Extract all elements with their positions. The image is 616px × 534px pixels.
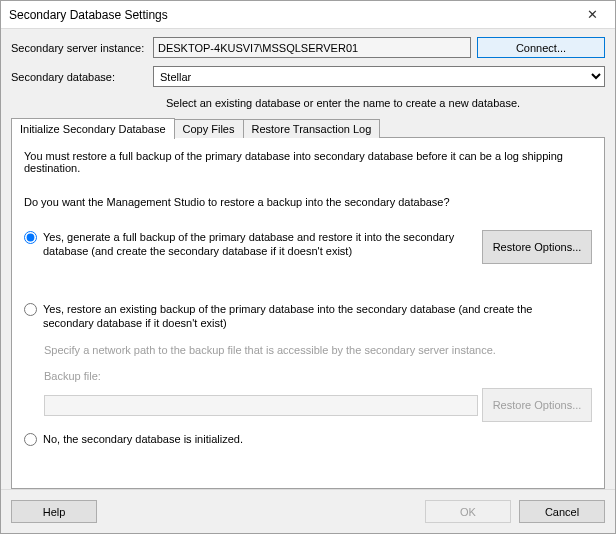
- tab-panel-initialize: You must restore a full backup of the pr…: [11, 137, 605, 489]
- tab-strip: Initialize Secondary Database Copy Files…: [11, 119, 605, 138]
- option3-radio[interactable]: [24, 433, 37, 446]
- ok-button: OK: [425, 500, 511, 523]
- tab-restore-log[interactable]: Restore Transaction Log: [243, 119, 381, 138]
- tab-copy-files[interactable]: Copy Files: [174, 119, 244, 138]
- window-title: Secondary Database Settings: [9, 8, 577, 22]
- dialog-body: Secondary server instance: Connect... Se…: [1, 29, 615, 489]
- option2-radio[interactable]: [24, 303, 37, 316]
- restore-options-button-1[interactable]: Restore Options...: [482, 230, 592, 264]
- tab-initialize[interactable]: Initialize Secondary Database: [11, 118, 175, 139]
- database-row: Secondary database: Stellar: [11, 66, 605, 87]
- option1-label[interactable]: Yes, generate a full backup of the prima…: [43, 230, 478, 258]
- instruction-text: You must restore a full backup of the pr…: [24, 150, 592, 174]
- title-bar: Secondary Database Settings ✕: [1, 1, 615, 29]
- option2-label[interactable]: Yes, restore an existing backup of the p…: [43, 302, 592, 330]
- server-instance-input[interactable]: [153, 37, 471, 58]
- dialog-window: Secondary Database Settings ✕ Secondary …: [0, 0, 616, 534]
- question-text: Do you want the Management Studio to res…: [24, 196, 592, 208]
- option3-label[interactable]: No, the secondary database is initialize…: [43, 432, 592, 446]
- cancel-button[interactable]: Cancel: [519, 500, 605, 523]
- option1-row: Yes, generate a full backup of the prima…: [24, 230, 592, 264]
- server-row: Secondary server instance: Connect...: [11, 37, 605, 58]
- server-instance-label: Secondary server instance:: [11, 42, 153, 54]
- close-icon[interactable]: ✕: [577, 5, 607, 25]
- option3-row: No, the secondary database is initialize…: [24, 432, 592, 446]
- secondary-database-label: Secondary database:: [11, 71, 153, 83]
- restore-options-button-2: Restore Options...: [482, 388, 592, 422]
- secondary-database-select[interactable]: Stellar: [153, 66, 605, 87]
- backup-file-input: [44, 395, 478, 416]
- option1-radio[interactable]: [24, 231, 37, 244]
- backup-file-row: Restore Options...: [44, 388, 592, 422]
- backup-file-label: Backup file:: [44, 370, 592, 382]
- option2-row: Yes, restore an existing backup of the p…: [24, 302, 592, 330]
- database-hint: Select an existing database or enter the…: [166, 97, 605, 109]
- network-path-hint: Specify a network path to the backup fil…: [44, 344, 592, 356]
- connect-button[interactable]: Connect...: [477, 37, 605, 58]
- dialog-footer: Help OK Cancel: [1, 489, 615, 533]
- help-button[interactable]: Help: [11, 500, 97, 523]
